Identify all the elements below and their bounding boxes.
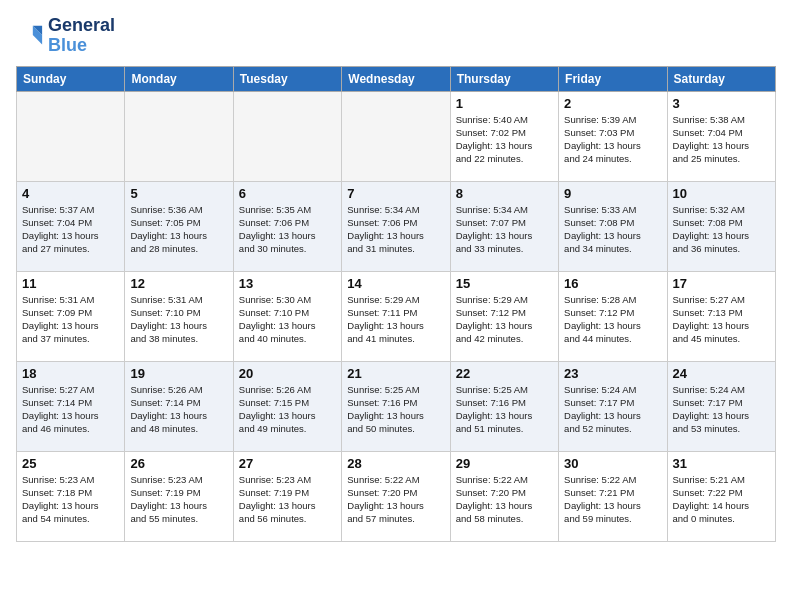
- day-of-week-header: SundayMondayTuesdayWednesdayThursdayFrid…: [17, 66, 776, 91]
- page-header: General Blue: [16, 16, 776, 56]
- day-info: Sunrise: 5:29 AM Sunset: 7:12 PM Dayligh…: [456, 293, 553, 346]
- day-number: 28: [347, 456, 444, 471]
- day-number: 25: [22, 456, 119, 471]
- day-cell-8: 8Sunrise: 5:34 AM Sunset: 7:07 PM Daylig…: [450, 181, 558, 271]
- day-cell-20: 20Sunrise: 5:26 AM Sunset: 7:15 PM Dayli…: [233, 361, 341, 451]
- logo: General Blue: [16, 16, 115, 56]
- day-info: Sunrise: 5:23 AM Sunset: 7:18 PM Dayligh…: [22, 473, 119, 526]
- day-info: Sunrise: 5:38 AM Sunset: 7:04 PM Dayligh…: [673, 113, 770, 166]
- day-info: Sunrise: 5:37 AM Sunset: 7:04 PM Dayligh…: [22, 203, 119, 256]
- day-cell-22: 22Sunrise: 5:25 AM Sunset: 7:16 PM Dayli…: [450, 361, 558, 451]
- day-cell-7: 7Sunrise: 5:34 AM Sunset: 7:06 PM Daylig…: [342, 181, 450, 271]
- day-info: Sunrise: 5:34 AM Sunset: 7:06 PM Dayligh…: [347, 203, 444, 256]
- day-info: Sunrise: 5:31 AM Sunset: 7:09 PM Dayligh…: [22, 293, 119, 346]
- day-info: Sunrise: 5:30 AM Sunset: 7:10 PM Dayligh…: [239, 293, 336, 346]
- day-info: Sunrise: 5:27 AM Sunset: 7:14 PM Dayligh…: [22, 383, 119, 436]
- day-cell-5: 5Sunrise: 5:36 AM Sunset: 7:05 PM Daylig…: [125, 181, 233, 271]
- day-info: Sunrise: 5:24 AM Sunset: 7:17 PM Dayligh…: [673, 383, 770, 436]
- day-cell-28: 28Sunrise: 5:22 AM Sunset: 7:20 PM Dayli…: [342, 451, 450, 541]
- day-number: 6: [239, 186, 336, 201]
- day-cell-31: 31Sunrise: 5:21 AM Sunset: 7:22 PM Dayli…: [667, 451, 775, 541]
- day-cell-12: 12Sunrise: 5:31 AM Sunset: 7:10 PM Dayli…: [125, 271, 233, 361]
- empty-cell: [17, 91, 125, 181]
- day-number: 5: [130, 186, 227, 201]
- day-number: 9: [564, 186, 661, 201]
- day-info: Sunrise: 5:27 AM Sunset: 7:13 PM Dayligh…: [673, 293, 770, 346]
- day-number: 30: [564, 456, 661, 471]
- day-info: Sunrise: 5:36 AM Sunset: 7:05 PM Dayligh…: [130, 203, 227, 256]
- day-cell-15: 15Sunrise: 5:29 AM Sunset: 7:12 PM Dayli…: [450, 271, 558, 361]
- day-cell-30: 30Sunrise: 5:22 AM Sunset: 7:21 PM Dayli…: [559, 451, 667, 541]
- day-info: Sunrise: 5:40 AM Sunset: 7:02 PM Dayligh…: [456, 113, 553, 166]
- day-cell-11: 11Sunrise: 5:31 AM Sunset: 7:09 PM Dayli…: [17, 271, 125, 361]
- day-cell-1: 1Sunrise: 5:40 AM Sunset: 7:02 PM Daylig…: [450, 91, 558, 181]
- day-cell-14: 14Sunrise: 5:29 AM Sunset: 7:11 PM Dayli…: [342, 271, 450, 361]
- day-number: 17: [673, 276, 770, 291]
- dow-header-monday: Monday: [125, 66, 233, 91]
- day-number: 18: [22, 366, 119, 381]
- day-info: Sunrise: 5:34 AM Sunset: 7:07 PM Dayligh…: [456, 203, 553, 256]
- day-info: Sunrise: 5:23 AM Sunset: 7:19 PM Dayligh…: [130, 473, 227, 526]
- day-info: Sunrise: 5:22 AM Sunset: 7:21 PM Dayligh…: [564, 473, 661, 526]
- day-info: Sunrise: 5:26 AM Sunset: 7:14 PM Dayligh…: [130, 383, 227, 436]
- day-info: Sunrise: 5:39 AM Sunset: 7:03 PM Dayligh…: [564, 113, 661, 166]
- empty-cell: [125, 91, 233, 181]
- day-info: Sunrise: 5:21 AM Sunset: 7:22 PM Dayligh…: [673, 473, 770, 526]
- day-number: 3: [673, 96, 770, 111]
- day-cell-17: 17Sunrise: 5:27 AM Sunset: 7:13 PM Dayli…: [667, 271, 775, 361]
- day-number: 26: [130, 456, 227, 471]
- day-number: 15: [456, 276, 553, 291]
- day-info: Sunrise: 5:25 AM Sunset: 7:16 PM Dayligh…: [456, 383, 553, 436]
- day-number: 20: [239, 366, 336, 381]
- calendar-week-4: 18Sunrise: 5:27 AM Sunset: 7:14 PM Dayli…: [17, 361, 776, 451]
- empty-cell: [342, 91, 450, 181]
- day-number: 12: [130, 276, 227, 291]
- day-cell-3: 3Sunrise: 5:38 AM Sunset: 7:04 PM Daylig…: [667, 91, 775, 181]
- day-info: Sunrise: 5:28 AM Sunset: 7:12 PM Dayligh…: [564, 293, 661, 346]
- day-info: Sunrise: 5:22 AM Sunset: 7:20 PM Dayligh…: [347, 473, 444, 526]
- dow-header-sunday: Sunday: [17, 66, 125, 91]
- day-number: 2: [564, 96, 661, 111]
- calendar-table: SundayMondayTuesdayWednesdayThursdayFrid…: [16, 66, 776, 542]
- calendar-week-5: 25Sunrise: 5:23 AM Sunset: 7:18 PM Dayli…: [17, 451, 776, 541]
- dow-header-saturday: Saturday: [667, 66, 775, 91]
- calendar-week-3: 11Sunrise: 5:31 AM Sunset: 7:09 PM Dayli…: [17, 271, 776, 361]
- day-cell-24: 24Sunrise: 5:24 AM Sunset: 7:17 PM Dayli…: [667, 361, 775, 451]
- day-number: 22: [456, 366, 553, 381]
- calendar-week-2: 4Sunrise: 5:37 AM Sunset: 7:04 PM Daylig…: [17, 181, 776, 271]
- empty-cell: [233, 91, 341, 181]
- day-cell-18: 18Sunrise: 5:27 AM Sunset: 7:14 PM Dayli…: [17, 361, 125, 451]
- day-cell-19: 19Sunrise: 5:26 AM Sunset: 7:14 PM Dayli…: [125, 361, 233, 451]
- day-number: 31: [673, 456, 770, 471]
- day-number: 10: [673, 186, 770, 201]
- day-cell-9: 9Sunrise: 5:33 AM Sunset: 7:08 PM Daylig…: [559, 181, 667, 271]
- day-cell-13: 13Sunrise: 5:30 AM Sunset: 7:10 PM Dayli…: [233, 271, 341, 361]
- dow-header-thursday: Thursday: [450, 66, 558, 91]
- day-number: 29: [456, 456, 553, 471]
- day-number: 19: [130, 366, 227, 381]
- dow-header-wednesday: Wednesday: [342, 66, 450, 91]
- day-cell-16: 16Sunrise: 5:28 AM Sunset: 7:12 PM Dayli…: [559, 271, 667, 361]
- dow-header-friday: Friday: [559, 66, 667, 91]
- day-number: 24: [673, 366, 770, 381]
- day-cell-23: 23Sunrise: 5:24 AM Sunset: 7:17 PM Dayli…: [559, 361, 667, 451]
- day-number: 14: [347, 276, 444, 291]
- day-number: 8: [456, 186, 553, 201]
- day-number: 23: [564, 366, 661, 381]
- day-cell-26: 26Sunrise: 5:23 AM Sunset: 7:19 PM Dayli…: [125, 451, 233, 541]
- day-info: Sunrise: 5:24 AM Sunset: 7:17 PM Dayligh…: [564, 383, 661, 436]
- day-number: 11: [22, 276, 119, 291]
- day-info: Sunrise: 5:32 AM Sunset: 7:08 PM Dayligh…: [673, 203, 770, 256]
- logo-text: General Blue: [48, 16, 115, 56]
- day-cell-10: 10Sunrise: 5:32 AM Sunset: 7:08 PM Dayli…: [667, 181, 775, 271]
- day-cell-27: 27Sunrise: 5:23 AM Sunset: 7:19 PM Dayli…: [233, 451, 341, 541]
- day-info: Sunrise: 5:23 AM Sunset: 7:19 PM Dayligh…: [239, 473, 336, 526]
- calendar-body: 1Sunrise: 5:40 AM Sunset: 7:02 PM Daylig…: [17, 91, 776, 541]
- day-number: 7: [347, 186, 444, 201]
- day-cell-2: 2Sunrise: 5:39 AM Sunset: 7:03 PM Daylig…: [559, 91, 667, 181]
- day-info: Sunrise: 5:22 AM Sunset: 7:20 PM Dayligh…: [456, 473, 553, 526]
- day-info: Sunrise: 5:26 AM Sunset: 7:15 PM Dayligh…: [239, 383, 336, 436]
- day-info: Sunrise: 5:33 AM Sunset: 7:08 PM Dayligh…: [564, 203, 661, 256]
- day-number: 4: [22, 186, 119, 201]
- day-cell-6: 6Sunrise: 5:35 AM Sunset: 7:06 PM Daylig…: [233, 181, 341, 271]
